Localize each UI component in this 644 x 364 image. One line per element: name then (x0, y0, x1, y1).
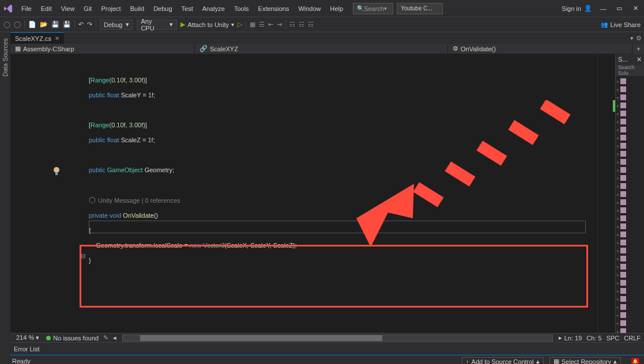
menu-project[interactable]: Project (97, 3, 125, 14)
tree-row[interactable]: ▹ (617, 327, 643, 333)
collapse-icon[interactable]: ⊟ (81, 249, 85, 264)
zoom-dropdown[interactable]: 214 % ▾ (14, 334, 42, 342)
tree-row[interactable]: ▹ (617, 271, 643, 279)
split-plus-icon[interactable]: ＋ (632, 44, 644, 54)
tree-row[interactable]: ▹ (617, 319, 643, 327)
add-source-control-button[interactable]: ↑ Add to Source Control ▴ (462, 357, 544, 365)
lightbulb-icon[interactable] (51, 166, 62, 177)
tree-row[interactable]: ▹ (617, 222, 643, 230)
line-indicator[interactable]: Ln: 19 (564, 335, 582, 342)
select-repo-button[interactable]: ▦ Select Repository ▴ (549, 357, 621, 365)
redo-icon[interactable]: ↷ (87, 21, 92, 28)
tree-row[interactable]: ▹ (617, 101, 643, 109)
indent-indicator[interactable]: SPC (607, 335, 620, 342)
horizontal-scrollbar[interactable] (122, 335, 553, 342)
eol-indicator[interactable]: CRLF (624, 335, 641, 342)
live-share-button[interactable]: 👥 Live Share (601, 21, 641, 28)
menu-extensions[interactable]: Extensions (254, 3, 293, 14)
tree-row[interactable]: ▹ (617, 238, 643, 247)
menu-debug[interactable]: Debug (149, 3, 176, 14)
nav-assembly[interactable]: ▦ Assembly-CSharp (10, 44, 195, 54)
data-sources-tab[interactable]: Data Sources (2, 38, 9, 77)
new-item-icon[interactable]: 📄 (28, 21, 36, 28)
tree-row[interactable]: ▹ (617, 117, 643, 126)
menu-git[interactable]: Git (80, 3, 96, 14)
tree-row[interactable]: ▹ (617, 190, 643, 198)
save-all-icon[interactable]: 💾 (63, 21, 71, 28)
tree-row[interactable]: ▹ (617, 214, 643, 222)
tree-row[interactable]: ▹ (617, 77, 643, 85)
nav-back-icon[interactable]: ◯ (3, 21, 10, 28)
tool-icon[interactable]: ✎ (101, 334, 111, 342)
menu-help[interactable]: Help (326, 3, 348, 14)
tree-row[interactable]: ▹ (617, 198, 643, 206)
nav-fwd-icon[interactable]: ◯ (14, 21, 21, 28)
start-debug-button[interactable]: ▶Attach to Unity ▾ (180, 21, 234, 28)
tab-settings-icon[interactable]: ⚙ (636, 35, 642, 42)
tree-row[interactable]: ▹ (617, 158, 643, 166)
tree-row[interactable]: ▹ (617, 93, 643, 101)
tab-close-icon[interactable]: ✕ (55, 35, 59, 41)
toolbar-icon[interactable]: ☰ (259, 21, 265, 28)
file-tab[interactable]: ScaleXYZ.cs✕ (10, 32, 64, 44)
menu-window[interactable]: Window (294, 3, 325, 14)
tree-row[interactable]: ▹ (617, 166, 643, 174)
panel-close-icon[interactable]: ✕ (637, 56, 642, 63)
menu-test[interactable]: Test (178, 3, 197, 14)
menu-tools[interactable]: Tools (230, 3, 253, 14)
tree-row[interactable]: ▹ (617, 182, 643, 190)
sign-in-button[interactable]: Sign in 👤 (562, 5, 592, 12)
tree-row[interactable]: ▹ (617, 109, 643, 117)
config-dropdown[interactable]: Debug ▾ (100, 20, 133, 30)
tree-row[interactable]: ▹ (617, 303, 643, 311)
toolbar-icon[interactable]: ⇥ (277, 21, 282, 28)
save-icon[interactable]: 💾 (51, 21, 59, 28)
platform-dropdown[interactable]: Any CPU ▾ (137, 20, 177, 30)
tree-row[interactable]: ▹ (617, 134, 643, 142)
minimize-button[interactable]: — (598, 3, 608, 14)
left-tool-rail[interactable]: Data Sources (0, 32, 10, 364)
restore-button[interactable]: ▭ (614, 3, 624, 14)
tree-row[interactable]: ▹ (617, 142, 643, 150)
menu-analyze[interactable]: Analyze (198, 3, 229, 14)
code-area[interactable]: [Range(0.10f, 3.00f)] public float Scale… (89, 54, 598, 283)
search-box[interactable]: 🔍 Search ▾ (353, 3, 393, 14)
tree-row[interactable]: ▹ (617, 174, 643, 182)
notification-bell-icon[interactable]: 🔔 (631, 358, 639, 365)
tree-row[interactable]: ▹ (617, 206, 643, 214)
tree-row[interactable]: ▹ (617, 150, 643, 158)
tree-row[interactable]: ▹ (617, 295, 643, 303)
close-button[interactable]: ✕ (630, 3, 641, 14)
error-list-tab[interactable]: Error List (10, 342, 644, 355)
tree-row[interactable]: ▹ (617, 263, 643, 271)
tree-row[interactable]: ▹ (617, 247, 643, 255)
tree-row[interactable]: ▹ (617, 255, 643, 263)
code-editor[interactable]: [Range(0.10f, 3.00f)] public float Scale… (10, 54, 598, 333)
menu-view[interactable]: View (57, 3, 79, 14)
menu-build[interactable]: Build (126, 3, 148, 14)
undo-icon[interactable]: ↶ (78, 21, 84, 28)
toolbar-icon[interactable]: ☷ (308, 21, 314, 28)
tree-row[interactable]: ▹ (617, 85, 643, 93)
solution-tree[interactable]: ▹ ▹ ▹ ▹ ▹ ▹ ▹ ▹ ▹ ▹ ▹ ▹ ▹ ▹ ▹ ▹ ▹ ▹ ▹ ▹ … (616, 76, 644, 333)
nav-class[interactable]: 🔗 ScaleXYZ (195, 44, 448, 54)
menu-edit[interactable]: Edit (37, 3, 56, 14)
char-indicator[interactable]: Ch: 5 (586, 335, 601, 342)
start-no-debug-icon[interactable]: ▷ (238, 21, 242, 28)
scroll-left-icon[interactable]: ◂ (111, 334, 119, 342)
tree-row[interactable]: ▹ (617, 126, 643, 134)
minimap[interactable] (598, 54, 615, 333)
tree-row[interactable]: ▹ (617, 230, 643, 238)
tree-row[interactable]: ▹ (617, 279, 643, 287)
toolbar-icon[interactable]: ☷ (289, 21, 295, 28)
toolbar-icon[interactable]: ⇤ (268, 21, 273, 28)
toolbar-icon[interactable]: ☷ (299, 21, 304, 28)
solution-search[interactable]: Search Solu (616, 65, 644, 76)
scroll-right-icon[interactable]: ▸ (556, 334, 564, 342)
tab-dropdown-icon[interactable]: ▾ (630, 35, 634, 42)
menu-file[interactable]: File (17, 3, 36, 14)
nav-member[interactable]: ⚙ OnValidate() (448, 44, 632, 54)
toolbar-icon[interactable]: ▦ (250, 21, 255, 28)
tree-row[interactable]: ▹ (617, 287, 643, 295)
open-icon[interactable]: 📂 (40, 21, 48, 28)
